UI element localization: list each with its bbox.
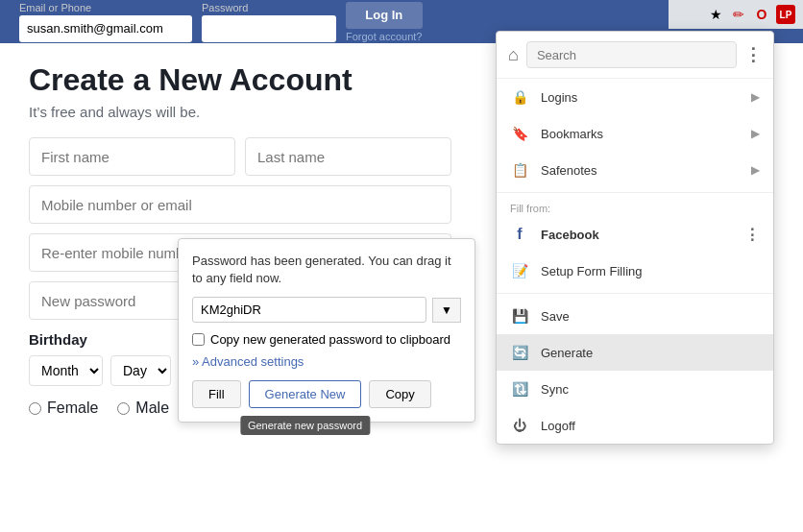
action-sync[interactable]: 🔃 Sync xyxy=(497,371,773,407)
power-icon: ⏻ xyxy=(510,416,529,435)
facebook-label: Facebook xyxy=(541,228,599,242)
generate-btn-wrapper: Generate New Generate new password xyxy=(249,380,362,408)
mobile-row xyxy=(29,185,451,224)
home-icon[interactable]: ⌂ xyxy=(508,45,519,65)
opera-icon[interactable]: O xyxy=(753,6,770,23)
action-logoff[interactable]: ⏻ Logoff xyxy=(497,407,773,444)
divider-1 xyxy=(497,192,773,193)
facebook-icon: f xyxy=(510,225,529,244)
password-input[interactable] xyxy=(202,15,336,42)
first-name-input[interactable] xyxy=(29,137,235,176)
female-radio[interactable] xyxy=(29,402,41,415)
save-label: Save xyxy=(541,309,570,324)
sync-icon: 🔃 xyxy=(510,379,529,399)
female-option[interactable]: Female xyxy=(29,399,98,417)
male-radio[interactable] xyxy=(117,402,130,415)
ext-menu-icon[interactable]: ⋮ xyxy=(744,44,762,65)
advanced-settings-link[interactable]: » Advanced settings xyxy=(192,354,461,369)
copy-to-clipboard-checkbox[interactable] xyxy=(192,333,205,346)
page-subtitle: It’s free and always will be. xyxy=(29,104,451,120)
copy-button[interactable]: Copy xyxy=(369,380,430,408)
ext-search-input[interactable] xyxy=(526,41,737,68)
safenotes-label: Safenotes xyxy=(541,163,597,178)
ext-search-bar: ⌂ ⋮ xyxy=(497,32,773,79)
action-generate[interactable]: 🔄 Generate xyxy=(497,334,773,371)
extension-popup: ⌂ ⋮ 🔒 Logins ▶ 🔖 Bookmarks ▶ 📋 Safenotes… xyxy=(496,31,774,445)
month-select[interactable]: Month xyxy=(29,355,103,386)
email-label: Email or Phone xyxy=(19,2,192,13)
fill-button[interactable]: Fill xyxy=(192,380,241,408)
generate-tooltip: Generate new password xyxy=(240,416,370,435)
email-input[interactable] xyxy=(19,15,192,42)
bookmarks-chevron-icon: ▶ xyxy=(751,127,760,140)
logins-label: Logins xyxy=(541,90,577,105)
forgot-link[interactable]: Forgot account? xyxy=(346,31,423,42)
female-label: Female xyxy=(47,399,98,417)
note-icon: 📋 xyxy=(510,160,529,180)
bookmarks-label: Bookmarks xyxy=(541,127,603,141)
sidebar-item-logins[interactable]: 🔒 Logins ▶ xyxy=(497,79,773,115)
generated-password-input[interactable] xyxy=(192,297,426,323)
facebook-options-icon[interactable]: ⋮ xyxy=(744,226,760,244)
lock-icon: 🔒 xyxy=(510,87,529,107)
copy-checkbox-label: Copy new generated password to clipboard xyxy=(210,332,450,347)
sidebar-item-safenotes[interactable]: 📋 Safenotes ▶ xyxy=(497,152,773,188)
login-button[interactable]: Log In xyxy=(346,2,423,29)
last-name-input[interactable] xyxy=(245,137,451,176)
setup-icon: 📝 xyxy=(510,261,529,280)
pencil-icon[interactable]: ✏ xyxy=(730,6,747,23)
pw-checkbox-row: Copy new generated password to clipboard xyxy=(192,332,461,347)
page-title: Create a New Account xyxy=(29,62,451,98)
star-icon[interactable]: ★ xyxy=(707,6,724,23)
lastpass-icon[interactable]: LP xyxy=(776,5,795,24)
mobile-input[interactable] xyxy=(29,185,451,224)
pw-popup-message: Password has been generated. You can dra… xyxy=(192,253,461,287)
password-label: Password xyxy=(202,2,336,13)
password-field-group: Password xyxy=(202,2,336,42)
generate-label: Generate xyxy=(541,346,593,360)
fill-from-facebook[interactable]: f Facebook ⋮ xyxy=(497,216,773,253)
name-row xyxy=(29,137,451,176)
safenotes-chevron-icon: ▶ xyxy=(751,163,760,177)
pw-field-row: ▼ xyxy=(192,297,461,323)
sidebar-item-bookmarks[interactable]: 🔖 Bookmarks ▶ xyxy=(497,115,773,152)
logins-chevron-icon: ▶ xyxy=(751,90,760,104)
bookmark-icon: 🔖 xyxy=(510,124,529,143)
fill-from-label: Fill from: xyxy=(497,197,773,216)
divider-2 xyxy=(497,293,773,294)
pw-dropdown-button[interactable]: ▼ xyxy=(432,298,461,323)
save-icon: 💾 xyxy=(510,306,529,326)
generate-new-button[interactable]: Generate New xyxy=(249,380,362,408)
male-option[interactable]: Male xyxy=(117,399,169,417)
browser-toolbar: ★ ✏ O LP xyxy=(669,0,803,29)
generate-icon: 🔄 xyxy=(510,343,529,362)
setup-form-filling[interactable]: 📝 Setup Form Filling xyxy=(497,253,773,289)
password-popup: Password has been generated. You can dra… xyxy=(178,238,475,423)
day-select[interactable]: Day xyxy=(110,355,171,386)
setup-label: Setup Form Filling xyxy=(541,264,642,278)
action-save[interactable]: 💾 Save xyxy=(497,298,773,334)
male-label: Male xyxy=(135,399,169,417)
sync-label: Sync xyxy=(541,382,569,397)
pw-action-buttons: Fill Generate New Generate new password … xyxy=(192,380,461,408)
logoff-label: Logoff xyxy=(541,419,575,433)
email-field-group: Email or Phone xyxy=(19,2,192,42)
